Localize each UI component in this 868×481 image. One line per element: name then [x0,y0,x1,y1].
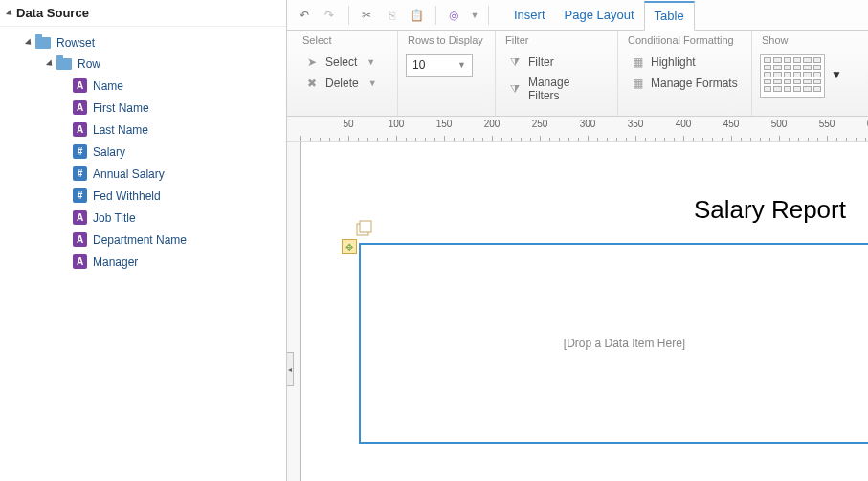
canvas-area: ◂ Salary Report ✥ [Drop a Data Item Here… [287,142,868,481]
paste-button: 📋 [405,4,428,27]
ruler-label: 550 [819,119,835,129]
ruler-label: 450 [723,119,740,129]
delete-icon: ✖ [304,76,320,91]
delete-label: Delete [325,77,359,90]
horizontal-ruler: 50100150200250300350400450500550600 [287,117,868,142]
redo-button: ↷ [318,4,341,27]
text-field-icon: A [73,100,87,115]
ribbon-group-conditional: Conditional Formatting ▦ Highlight ▦ Man… [618,31,752,116]
manage-filters-button[interactable]: ⧩ Manage Filters [503,73,608,105]
tree-field[interactable]: AManager [10,251,286,273]
panel-collapse-handle[interactable]: ◂ [287,352,294,386]
table-drop-zone[interactable]: [Drop a Data Item Here] [359,243,868,444]
text-field-icon: A [73,122,87,137]
tree-label: Row [78,57,100,71]
tab-insert[interactable]: Insert [504,0,555,31]
data-source-header[interactable]: Data Source [0,0,286,27]
rows-value: 10 [412,58,425,72]
tree-field[interactable]: #Annual Salary [10,163,286,185]
text-field-icon: A [73,254,87,269]
data-source-tree: Rowset Row ANameAFirst NameALast Name#Sa… [0,27,286,273]
filter-label: Filter [528,55,554,69]
number-field-icon: # [73,166,87,181]
tree-field[interactable]: ADepartment Name [10,229,286,251]
chevron-down-icon[interactable]: ▼ [831,68,842,81]
select-button[interactable]: ➤ Select ▼ [300,52,388,73]
field-label: Annual Salary [93,167,165,181]
number-field-icon: # [73,188,87,203]
group-label: Rows to Display [406,34,485,52]
collapse-icon [6,9,14,17]
ruler-label: 300 [580,119,596,129]
text-field-icon: A [73,232,87,247]
delete-button[interactable]: ✖ Delete ▼ [300,73,388,94]
field-label: Department Name [93,233,187,247]
field-label: Last Name [93,123,148,137]
formats-icon: ▦ [630,76,645,91]
group-label: Show [760,34,848,52]
vertical-ruler [287,142,300,481]
copy-button: ⎘ [380,4,403,27]
manage-filters-label: Manage Filters [528,76,604,102]
manage-formats-button[interactable]: ▦ Manage Formats [626,73,742,94]
expand-icon [46,59,55,68]
tree-field[interactable]: ALast Name [10,119,286,141]
ribbon-group-select: Select ➤ Select ▼ ✖ Delete ▼ [293,31,398,116]
highlight-button[interactable]: ▦ Highlight [626,52,742,73]
select-label: Select [325,55,357,69]
rows-to-display-input[interactable]: 10 ▼ [406,54,473,77]
report-page[interactable]: Salary Report ✥ [Drop a Data Item Here] [300,142,868,481]
tree-field[interactable]: #Fed Withheld [10,185,286,207]
highlight-label: Highlight [651,55,696,69]
funnel-icon: ⧩ [507,55,523,70]
field-label: Name [93,79,123,93]
tree-field[interactable]: AJob Title [10,207,286,229]
drop-hint: [Drop a Data Item Here] [564,337,685,350]
separator [488,6,489,25]
tree-field[interactable]: #Salary [10,141,286,163]
tree-field[interactable]: AName [10,75,286,97]
ribbon-group-show: Show ▼ [752,31,857,116]
svg-rect-1 [360,221,371,232]
tab-page-layout[interactable]: Page Layout [555,0,644,31]
cursor-icon: ➤ [304,55,320,70]
tab-table[interactable]: Table [644,1,695,31]
tree-label: Rowset [56,36,95,50]
table-widget[interactable]: ✥ [Drop a Data Item Here] [359,243,868,444]
panel-title: Data Source [16,6,89,20]
table-stack-icon[interactable] [355,218,374,237]
target-button[interactable]: ◎ [442,4,465,27]
undo-button[interactable]: ↶ [293,4,316,27]
text-field-icon: A [73,78,87,93]
folder-icon [56,58,72,70]
funnel-icon: ⧩ [507,81,523,97]
group-label: Conditional Formatting [626,34,742,52]
text-field-icon: A [73,210,87,225]
target-dropdown[interactable]: ▼ [467,4,480,27]
tree-node-rowset[interactable]: Rowset [10,33,286,54]
number-field-icon: # [73,144,87,159]
manage-formats-label: Manage Formats [651,77,738,90]
separator [348,6,349,25]
tree-field[interactable]: AFirst Name [10,97,286,119]
expand-icon [25,38,33,47]
report-title[interactable]: Salary Report [694,195,846,225]
chevron-down-icon: ▼ [457,60,466,70]
field-label: Fed Withheld [93,189,161,203]
show-grid-button[interactable] [760,54,825,98]
ruler-label: 200 [484,119,501,129]
field-label: Salary [93,145,125,159]
tree-node-row[interactable]: Row [10,54,286,75]
ruler-label: 150 [436,119,453,129]
group-label: Filter [503,34,608,52]
top-toolbar: ↶ ↷ ✂ ⎘ 📋 ◎ ▼ Insert Page Layout Table [287,0,868,31]
ribbon-group-filter: Filter ⧩ Filter ⧩ Manage Filters [496,31,618,116]
ruler-label: 350 [628,119,644,129]
filter-button[interactable]: ⧩ Filter [503,52,608,73]
field-label: First Name [93,101,149,115]
ruler-label: 500 [771,119,788,129]
cut-button[interactable]: ✂ [355,4,378,27]
editor-area: ↶ ↷ ✂ ⎘ 📋 ◎ ▼ Insert Page Layout Table S… [287,0,868,481]
move-handle-icon[interactable]: ✥ [342,239,357,254]
field-label: Manager [93,255,138,269]
